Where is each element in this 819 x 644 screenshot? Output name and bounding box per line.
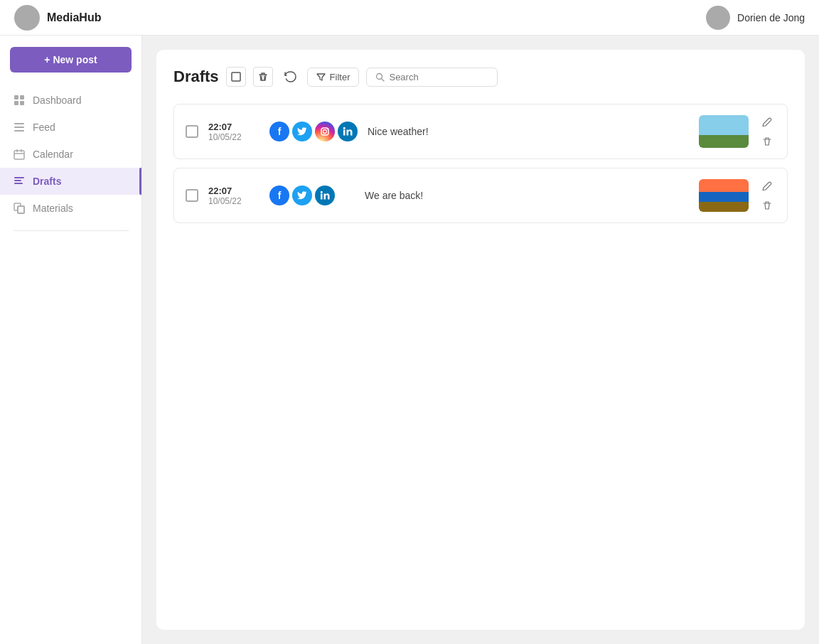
draft-datetime-2: 22:07 10/05/22	[208, 186, 259, 206]
facebook-icon: f	[269, 186, 289, 205]
draft-text-2: We are back!	[365, 190, 689, 201]
twitter-icon	[292, 186, 312, 205]
draft-platforms-1: f	[269, 122, 358, 141]
user-name: Dorien de Jong	[737, 12, 805, 23]
draft-time-2: 22:07	[208, 186, 259, 196]
search-input[interactable]	[389, 72, 488, 82]
twitter-icon	[292, 122, 312, 141]
svg-rect-23	[343, 130, 346, 136]
search-box[interactable]	[366, 68, 498, 87]
draft-datetime-1: 22:07 10/05/22	[208, 122, 259, 142]
calendar-icon	[13, 148, 26, 161]
svg-line-19	[382, 78, 385, 81]
svg-rect-15	[18, 206, 24, 213]
sidebar-item-dashboard[interactable]: Dashboard	[0, 87, 141, 114]
sidebar: + New post Dashboard Feed	[0, 36, 142, 644]
draft-thumbnail-1	[699, 115, 749, 148]
svg-point-22	[327, 129, 328, 129]
undo-button[interactable]	[280, 67, 300, 87]
svg-rect-5	[14, 127, 24, 128]
draft-actions-1	[759, 113, 776, 150]
svg-rect-25	[321, 194, 323, 200]
svg-point-21	[323, 130, 327, 134]
draft-checkbox-2[interactable]	[186, 189, 198, 202]
svg-rect-6	[14, 130, 24, 132]
instagram-icon	[315, 122, 335, 141]
sidebar-item-materials[interactable]: Materials	[0, 195, 141, 222]
main-layout: + New post Dashboard Feed	[0, 36, 819, 644]
svg-rect-17	[232, 73, 240, 81]
dashboard-icon	[13, 94, 26, 107]
svg-rect-0	[14, 95, 18, 100]
drafts-icon	[13, 175, 26, 188]
select-all-button[interactable]	[226, 67, 246, 87]
delete-button-2[interactable]	[759, 197, 776, 214]
materials-icon	[13, 202, 26, 215]
draft-row: 22:07 10/05/22 f	[173, 168, 788, 223]
filter-label: Filter	[330, 72, 350, 82]
svg-rect-12	[14, 180, 21, 181]
sidebar-feed-label: Feed	[33, 122, 55, 133]
draft-actions-2	[759, 177, 776, 214]
svg-rect-13	[14, 183, 23, 184]
sidebar-materials-label: Materials	[33, 203, 73, 214]
drafts-header: Drafts	[173, 67, 788, 87]
delete-button-1[interactable]	[759, 133, 776, 150]
user-area: Dorien de Jong	[706, 6, 805, 30]
svg-point-26	[321, 191, 323, 193]
app-name: MediaHub	[47, 11, 101, 24]
draft-date-1: 10/05/22	[208, 132, 259, 142]
draft-platforms-2: f	[269, 186, 355, 205]
sidebar-divider	[13, 230, 129, 231]
draft-text-1: Nice weather!	[368, 126, 689, 137]
search-icon	[375, 73, 385, 82]
draft-date-2: 10/05/22	[208, 196, 259, 206]
edit-button-1[interactable]	[759, 113, 776, 130]
sidebar-drafts-label: Drafts	[33, 176, 61, 187]
draft-time-1: 22:07	[208, 122, 259, 132]
new-post-button[interactable]: + New post	[10, 47, 132, 73]
sidebar-item-feed[interactable]: Feed	[0, 114, 141, 141]
svg-rect-4	[14, 123, 24, 124]
linkedin-icon	[338, 122, 358, 141]
facebook-icon: f	[269, 122, 289, 141]
logo-avatar	[14, 5, 40, 31]
logo-area: MediaHub	[14, 5, 101, 31]
sidebar-calendar-label: Calendar	[33, 149, 73, 160]
feed-icon	[13, 121, 26, 134]
sidebar-item-calendar[interactable]: Calendar	[0, 141, 141, 168]
top-navigation: MediaHub Dorien de Jong	[0, 0, 819, 36]
weather-thumbnail	[699, 115, 749, 148]
linkedin-icon	[315, 186, 335, 205]
svg-point-24	[343, 127, 346, 129]
sidebar-dashboard-label: Dashboard	[33, 95, 82, 106]
draft-checkbox-1[interactable]	[186, 125, 198, 138]
svg-rect-11	[14, 177, 24, 178]
svg-rect-1	[20, 95, 24, 100]
user-avatar	[706, 6, 730, 30]
edit-button-2[interactable]	[759, 177, 776, 194]
svg-rect-3	[20, 101, 24, 105]
sidebar-item-drafts[interactable]: Drafts	[0, 168, 141, 195]
bridge-thumbnail	[699, 179, 749, 212]
page-title: Drafts	[173, 68, 219, 86]
filter-button[interactable]: Filter	[307, 68, 360, 87]
svg-rect-7	[14, 151, 24, 159]
main-content: Drafts	[142, 36, 819, 644]
delete-button[interactable]	[253, 67, 273, 87]
draft-row: 22:07 10/05/22 f	[173, 104, 788, 159]
draft-thumbnail-2	[699, 179, 749, 212]
drafts-card: Drafts	[156, 50, 805, 630]
svg-rect-2	[14, 101, 18, 105]
